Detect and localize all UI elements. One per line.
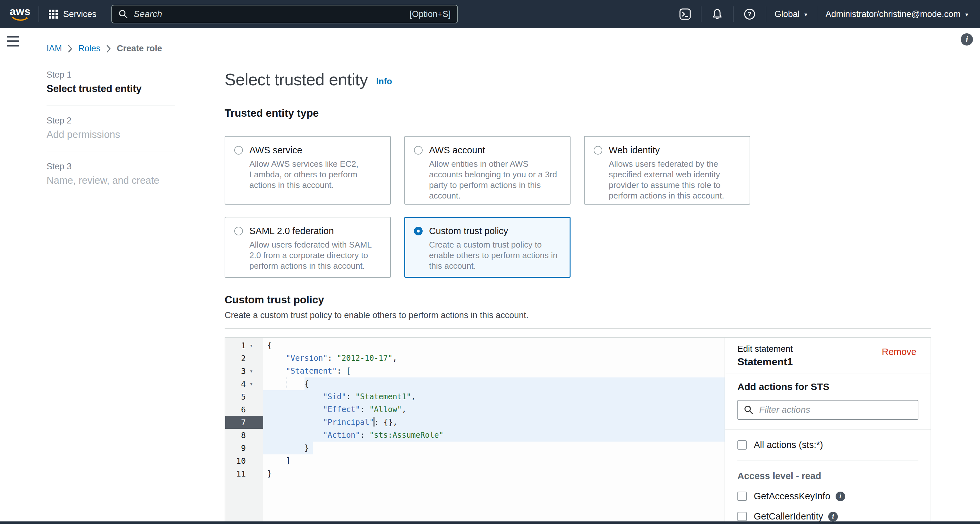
radio-aws-service[interactable] xyxy=(234,146,243,154)
all-actions-checkbox[interactable] xyxy=(737,440,747,449)
search-icon xyxy=(744,405,754,414)
fold-toggle-icon[interactable]: ▾ xyxy=(246,381,257,387)
card-description: Allow AWS services like EC2, Lambda, or … xyxy=(249,159,381,191)
gutter-line-9: 9 xyxy=(225,441,263,454)
radio-saml-federation[interactable] xyxy=(234,227,243,235)
gutter-line-4[interactable]: 4▾ xyxy=(225,378,263,390)
action-row[interactable]: GetCallerIdentity i xyxy=(737,511,918,522)
editor-gutter: 1▾23▾4▾567891011 xyxy=(225,338,263,524)
nav-divider xyxy=(817,6,817,22)
help-button[interactable]: ? xyxy=(741,8,759,21)
breadcrumb-link-roles[interactable]: Roles xyxy=(78,44,100,54)
services-menu-button[interactable]: Services xyxy=(46,9,99,19)
gutter-line-6: 6 xyxy=(225,403,263,416)
nav-divider xyxy=(766,6,766,22)
gutter-line-3[interactable]: 3▾ xyxy=(225,365,263,378)
step-label: Step 3 xyxy=(46,162,175,171)
remove-statement-button[interactable]: Remove xyxy=(880,344,918,357)
breadcrumb: IAM Roles Create role xyxy=(46,43,980,54)
code-line-8[interactable]: "Action": "sts:AssumeRole" xyxy=(263,429,725,441)
breadcrumb-link-iam[interactable]: IAM xyxy=(46,44,62,54)
cloudshell-icon xyxy=(679,8,691,20)
gutter-line-10: 10 xyxy=(225,454,263,467)
gutter-line-1[interactable]: 1▾ xyxy=(225,339,263,352)
card-description: Allow entities in other AWS accounts bel… xyxy=(429,159,561,201)
nav-divider xyxy=(733,6,733,22)
fold-toggle-icon[interactable]: ▾ xyxy=(246,368,257,374)
nav-divider xyxy=(701,6,702,22)
edit-statement-panel: Edit statement Statement1 Remove Add act… xyxy=(725,338,931,524)
card-saml-federation[interactable]: SAML 2.0 federation Allow users federate… xyxy=(224,217,391,278)
cloudshell-button[interactable] xyxy=(676,8,694,20)
code-line-2[interactable]: "Version": "2012-10-17", xyxy=(263,352,725,365)
gutter-line-11: 11 xyxy=(225,467,263,480)
code-line-7[interactable]: "Principal": {}, xyxy=(263,416,725,429)
radio-web-identity[interactable] xyxy=(593,146,602,154)
access-level-heading: Access level - read xyxy=(737,471,918,481)
gutter-line-2: 2 xyxy=(225,352,263,365)
main-column: Select trusted entity Info Trusted entit… xyxy=(224,70,931,524)
account-menu[interactable]: Administrator/christine@mode.com ▼ xyxy=(824,9,970,19)
chevron-down-icon: ▼ xyxy=(964,12,969,17)
fold-toggle-icon[interactable]: ▾ xyxy=(246,342,257,349)
action-label: GetCallerIdentity xyxy=(754,511,823,522)
card-custom-trust-policy[interactable]: Custom trust policy Create a custom trus… xyxy=(404,217,571,278)
code-line-10[interactable]: ] xyxy=(263,454,725,467)
wizard-step-3[interactable]: Step 3 Name, review, and create xyxy=(46,162,175,186)
services-grid-icon xyxy=(48,9,59,19)
code-line-1[interactable]: { xyxy=(263,339,725,352)
filter-actions-input[interactable] xyxy=(759,404,912,415)
search-input[interactable] xyxy=(133,9,405,19)
info-icon[interactable]: i xyxy=(835,492,845,501)
page-shell: IAM Roles Create role Step 1 Select trus… xyxy=(0,28,980,524)
info-panel-icon[interactable]: i xyxy=(961,33,973,46)
info-link[interactable]: Info xyxy=(376,77,392,87)
notifications-button[interactable] xyxy=(708,8,726,20)
page-title: Select trusted entity xyxy=(224,70,368,89)
card-aws-account[interactable]: AWS account Allow entities in other AWS … xyxy=(404,136,571,205)
code-line-11[interactable]: } xyxy=(263,467,725,480)
aws-home-button[interactable]: aws xyxy=(9,7,32,22)
divider xyxy=(46,105,175,105)
code-line-9[interactable]: } xyxy=(263,441,725,454)
divider xyxy=(46,151,175,151)
card-aws-service[interactable]: AWS service Allow AWS services like EC2,… xyxy=(224,136,391,205)
gutter-line-7: 7 xyxy=(225,416,263,429)
services-label: Services xyxy=(63,9,97,19)
divider xyxy=(725,429,931,430)
help-panel-edge xyxy=(954,28,955,521)
all-actions-label: All actions (sts:*) xyxy=(754,440,823,450)
add-actions-heading: Add actions for STS xyxy=(737,381,918,392)
editor-code[interactable]: { "Version": "2012-10-17", "Statement": … xyxy=(263,338,725,524)
code-line-4[interactable]: { xyxy=(263,378,725,390)
code-editor[interactable]: 1▾23▾4▾567891011 { "Version": "2012-10-1… xyxy=(225,338,725,524)
step-title: Add permissions xyxy=(46,129,175,140)
info-icon[interactable]: i xyxy=(828,512,838,521)
card-web-identity[interactable]: Web identity Allows users federated by t… xyxy=(584,136,750,205)
wizard-step-1[interactable]: Step 1 Select trusted entity xyxy=(46,70,175,95)
action-checkbox-getaccesskeyinfo[interactable] xyxy=(737,492,747,501)
action-row[interactable]: GetAccessKeyInfo i xyxy=(737,491,918,502)
top-navigation-bar: aws Services [Option+S] xyxy=(0,0,980,28)
wizard-step-2[interactable]: Step 2 Add permissions xyxy=(46,116,175,140)
region-selector[interactable]: Global ▼ xyxy=(773,9,810,19)
radio-custom-trust-policy[interactable] xyxy=(414,227,423,235)
statement-name: Statement1 xyxy=(737,356,793,368)
entity-type-heading: Trusted entity type xyxy=(224,107,931,119)
radio-aws-account[interactable] xyxy=(414,146,423,154)
filter-actions-box[interactable] xyxy=(737,400,918,420)
aws-console: aws Services [Option+S] xyxy=(0,0,980,524)
menu-toggle-button[interactable] xyxy=(7,36,19,46)
chevron-down-icon: ▼ xyxy=(803,12,808,17)
code-line-3[interactable]: "Statement": [ xyxy=(263,365,725,378)
global-search[interactable]: [Option+S] xyxy=(111,5,458,24)
code-line-6[interactable]: "Effect": "Allow", xyxy=(263,403,725,416)
wizard-steps: Step 1 Select trusted entity Step 2 Add … xyxy=(46,70,175,524)
code-line-5[interactable]: "Sid": "Statement1", xyxy=(263,390,725,403)
card-description: Create a custom trust policy to enable o… xyxy=(429,240,561,271)
action-checkbox-getcalleridentity[interactable] xyxy=(737,512,747,521)
all-actions-row[interactable]: All actions (sts:*) xyxy=(737,440,918,450)
gutter-line-5: 5 xyxy=(225,390,263,403)
card-description: Allow users federated with SAML 2.0 from… xyxy=(249,240,381,271)
breadcrumb-current: Create role xyxy=(117,44,162,54)
